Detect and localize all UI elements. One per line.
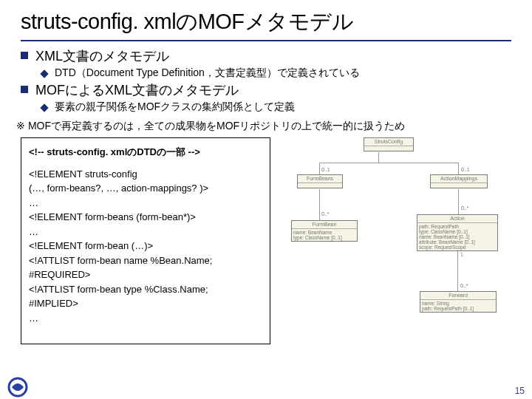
class-header: Action: [417, 215, 497, 223]
multiplicity: 0..1: [321, 167, 330, 172]
class-body: name: BeanName type: ClassName [0..1]: [292, 229, 357, 241]
uml-diagram: StrutsConfig FormBeans ActionMappings Fo…: [275, 137, 522, 344]
code-line: <!ATTLIST form-bean name %Bean.Name;: [29, 254, 262, 267]
bullet-3: MOFによるXML文書のメタモデル: [21, 81, 532, 99]
class-body: name: String path: RequestPath [0..1]: [420, 300, 496, 312]
code-line: …: [29, 312, 262, 325]
code-line: <!ELEMENT struts-config: [29, 168, 262, 181]
class-forward: Forward name: String path: RequestPath […: [420, 291, 497, 313]
bullet-4: 要素の親子関係をMOFクラスの集約関係として定義: [40, 100, 532, 114]
bullet-2: DTD（Document Type Definition，文書定義型）で定義され…: [40, 66, 532, 80]
code-line: …: [29, 197, 262, 210]
code-line: <!ELEMENT form-beans (form-bean*)>: [29, 211, 262, 224]
bullet-1-text: XML文書のメタモデル: [35, 47, 169, 65]
bullet-2-text: DTD（Document Type Definition，文書定義型）で定義され…: [55, 66, 360, 80]
multiplicity: 0..*: [321, 211, 330, 216]
class-formbean: FormBean name: BeanName type: ClassName …: [291, 220, 358, 242]
page-title: struts-config. xmlのMOFメタモデル: [21, 7, 511, 37]
bullet-4-text: 要素の親子関係をMOFクラスの集約関係として定義: [55, 100, 295, 114]
multiplicity: 1: [460, 252, 463, 257]
bullet-list: XML文書のメタモデル DTD（Document Type Definition…: [0, 47, 532, 114]
uml-connector: [458, 163, 459, 174]
dtd-code-box: <!-- struts-config. xmlのDTDの一部 --> <!ELE…: [21, 137, 270, 344]
class-formbeans: FormBeans: [297, 174, 343, 188]
class-strutsconfig: StrutsConfig: [364, 137, 414, 151]
title-divider: [21, 40, 511, 41]
code-comment: <!-- struts-config. xmlのDTDの一部 -->: [29, 146, 262, 159]
code-line: #REQUIRED>: [29, 268, 262, 282]
code-line: #IMPLIED>: [29, 297, 262, 310]
page-number: 15: [515, 386, 525, 396]
class-header: FormBean: [292, 221, 357, 229]
class-header: ActionMappings: [431, 175, 487, 183]
class-header: FormBeans: [298, 175, 342, 183]
uml-connector: [319, 163, 320, 174]
class-body: path: RequestPath type: ClassName [0..1]…: [417, 223, 497, 251]
multiplicity: 0..1: [461, 167, 470, 172]
diamond-bullet-icon: [40, 103, 48, 112]
uml-connector: [458, 189, 459, 214]
code-line: <!ELEMENT form-bean (…)>: [29, 239, 262, 253]
bullet-3-text: MOFによるXML文書のメタモデル: [35, 81, 239, 99]
bullet-1: XML文書のメタモデル: [21, 47, 532, 65]
square-bullet-icon: [21, 52, 28, 59]
class-actionmappings: ActionMappings: [430, 174, 488, 188]
multiplicity: 0..*: [460, 283, 468, 288]
diamond-bullet-icon: [40, 69, 48, 78]
uml-connector: [319, 189, 320, 220]
square-bullet-icon: [21, 86, 28, 93]
code-line: (…, form-beans?, …, action-mappings? )>: [29, 182, 262, 195]
uml-connector: [319, 163, 458, 163]
uml-connector: [457, 250, 458, 291]
note-text: ※ MOFで再定義するのは，全ての成果物をMOFリポジトリの上で統一的に扱うため: [16, 120, 532, 133]
multiplicity: 0..*: [461, 205, 469, 211]
code-line: <!ATTLIST form-bean type %Class.Name;: [29, 283, 262, 296]
class-action: Action path: RequestPath type: ClassName…: [417, 214, 498, 251]
logo-icon: [7, 377, 28, 398]
code-line: …: [29, 225, 262, 239]
class-header: Forward: [420, 292, 496, 300]
class-header: StrutsConfig: [364, 138, 413, 146]
uml-connector: [378, 152, 379, 163]
